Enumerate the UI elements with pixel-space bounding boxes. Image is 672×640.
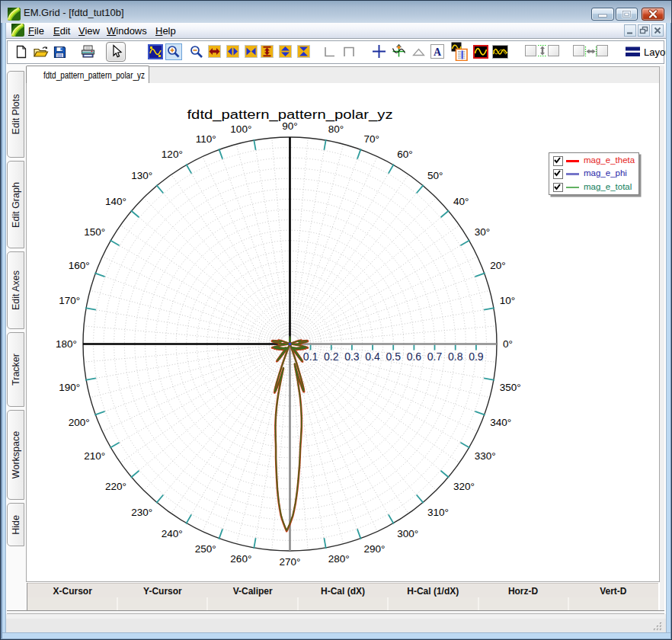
- svg-text:0.4: 0.4: [365, 350, 380, 363]
- svg-text:160°: 160°: [69, 260, 90, 271]
- svg-text:150°: 150°: [84, 226, 105, 238]
- svg-text:320°: 320°: [453, 481, 475, 492]
- svg-text:90°: 90°: [282, 120, 297, 132]
- svg-text:280°: 280°: [328, 553, 350, 565]
- svg-text:250°: 250°: [195, 543, 216, 555]
- svg-text:210°: 210°: [84, 450, 105, 462]
- svg-text:80°: 80°: [328, 123, 344, 135]
- svg-text:20°: 20°: [490, 260, 505, 271]
- svg-text:0.5: 0.5: [386, 350, 401, 363]
- svg-text:0.9: 0.9: [469, 350, 484, 363]
- svg-text:100°: 100°: [230, 123, 251, 135]
- svg-text:0.8: 0.8: [448, 350, 463, 363]
- svg-text:fdtd_pattern_pattern_polar_yz: fdtd_pattern_pattern_polar_yz: [187, 108, 393, 122]
- svg-text:0.7: 0.7: [427, 350, 443, 363]
- svg-text:40°: 40°: [453, 196, 469, 207]
- svg-text:170°: 170°: [59, 295, 80, 306]
- svg-text:260°: 260°: [230, 553, 251, 565]
- svg-text:70°: 70°: [363, 133, 379, 145]
- svg-text:110°: 110°: [196, 133, 216, 145]
- svg-text:180°: 180°: [56, 338, 77, 350]
- svg-text:0.2: 0.2: [324, 350, 339, 363]
- svg-text:60°: 60°: [397, 149, 412, 160]
- svg-text:200°: 200°: [69, 417, 90, 428]
- svg-text:10°: 10°: [500, 295, 515, 306]
- svg-text:0°: 0°: [503, 338, 513, 350]
- svg-text:270°: 270°: [280, 556, 301, 568]
- svg-text:240°: 240°: [162, 528, 183, 539]
- svg-text:340°: 340°: [490, 417, 511, 428]
- svg-text:0.3: 0.3: [344, 350, 360, 363]
- svg-text:0.6: 0.6: [407, 350, 422, 363]
- svg-text:190°: 190°: [59, 382, 80, 393]
- svg-text:A: A: [434, 46, 442, 58]
- svg-text:310°: 310°: [427, 507, 449, 518]
- svg-text:330°: 330°: [475, 450, 496, 462]
- svg-text:220°: 220°: [105, 481, 126, 492]
- svg-text:0.1: 0.1: [303, 350, 318, 363]
- svg-text:290°: 290°: [363, 543, 385, 555]
- svg-text:350°: 350°: [500, 382, 521, 393]
- svg-text:30°: 30°: [475, 226, 490, 238]
- svg-text:230°: 230°: [131, 507, 152, 518]
- svg-text:140°: 140°: [105, 196, 126, 207]
- svg-text:fdtd_pattern_pattern_polar_yz: fdtd_pattern_pattern_polar_yz: [43, 70, 145, 81]
- svg-text:50°: 50°: [427, 170, 443, 181]
- svg-text:130°: 130°: [131, 170, 152, 181]
- svg-text:300°: 300°: [397, 528, 418, 539]
- svg-text:120°: 120°: [162, 149, 183, 160]
